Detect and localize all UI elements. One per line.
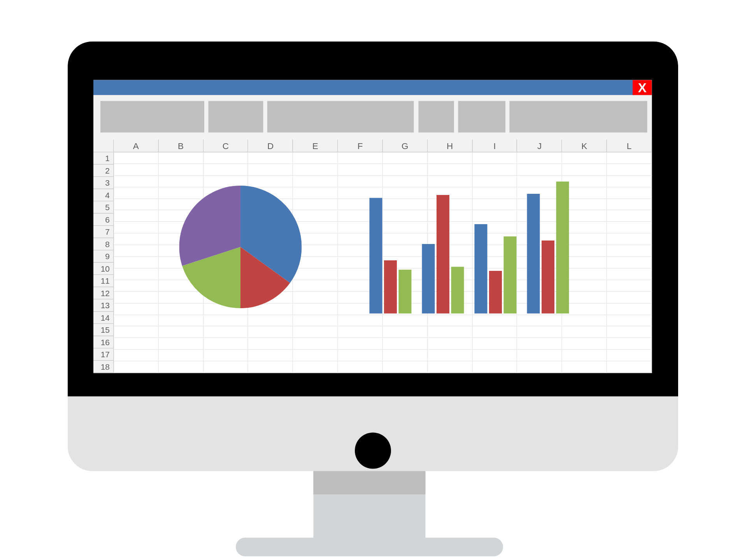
cell[interactable] bbox=[203, 211, 248, 222]
row-header[interactable]: 16 bbox=[93, 336, 114, 349]
row-header[interactable]: 17 bbox=[93, 349, 114, 361]
row-header[interactable]: 13 bbox=[93, 300, 114, 312]
cell[interactable] bbox=[383, 199, 428, 211]
cell[interactable] bbox=[428, 233, 472, 245]
column-header[interactable]: C bbox=[203, 140, 248, 153]
row-header[interactable]: 3 bbox=[93, 177, 114, 190]
cell[interactable] bbox=[562, 257, 607, 269]
ribbon-group[interactable] bbox=[458, 101, 506, 133]
cell[interactable] bbox=[517, 222, 562, 234]
cell[interactable] bbox=[114, 245, 159, 257]
cell[interactable] bbox=[114, 338, 159, 350]
cell[interactable] bbox=[114, 211, 159, 222]
cell[interactable] bbox=[203, 362, 248, 373]
cell[interactable] bbox=[383, 187, 428, 199]
cell[interactable] bbox=[607, 362, 652, 373]
cell[interactable] bbox=[159, 176, 203, 187]
cell[interactable] bbox=[248, 257, 293, 269]
cell[interactable] bbox=[517, 327, 562, 338]
cell[interactable] bbox=[248, 164, 293, 176]
cell[interactable] bbox=[517, 211, 562, 222]
cell[interactable] bbox=[472, 257, 517, 269]
cell[interactable] bbox=[293, 350, 338, 362]
cell[interactable] bbox=[607, 222, 652, 234]
column-header[interactable]: K bbox=[562, 140, 607, 153]
cell[interactable] bbox=[562, 292, 607, 304]
cell[interactable] bbox=[159, 303, 203, 315]
row-header[interactable]: 2 bbox=[93, 165, 114, 177]
column-header[interactable]: J bbox=[517, 140, 562, 153]
cell[interactable] bbox=[472, 222, 517, 234]
cell[interactable] bbox=[114, 187, 159, 199]
cell[interactable] bbox=[383, 280, 428, 292]
row-header[interactable]: 14 bbox=[93, 312, 114, 324]
cells-grid[interactable] bbox=[114, 153, 652, 373]
cell[interactable] bbox=[293, 338, 338, 350]
cell[interactable] bbox=[383, 233, 428, 245]
cell[interactable] bbox=[517, 199, 562, 211]
cell[interactable] bbox=[338, 176, 383, 187]
cell[interactable] bbox=[338, 233, 383, 245]
cell[interactable] bbox=[517, 153, 562, 164]
cell[interactable] bbox=[383, 327, 428, 338]
cell[interactable] bbox=[428, 292, 472, 304]
ribbon-group[interactable] bbox=[100, 101, 204, 133]
cell[interactable] bbox=[248, 350, 293, 362]
cell[interactable] bbox=[248, 222, 293, 234]
cell[interactable] bbox=[338, 338, 383, 350]
column-header[interactable]: B bbox=[159, 140, 203, 153]
cell[interactable] bbox=[338, 315, 383, 327]
cell[interactable] bbox=[607, 303, 652, 315]
cell[interactable] bbox=[114, 222, 159, 234]
cell[interactable] bbox=[562, 245, 607, 257]
cell[interactable] bbox=[293, 303, 338, 315]
cell[interactable] bbox=[562, 350, 607, 362]
column-header[interactable]: F bbox=[338, 140, 383, 153]
cell[interactable] bbox=[114, 327, 159, 338]
cell[interactable] bbox=[114, 280, 159, 292]
cell[interactable] bbox=[293, 245, 338, 257]
cell[interactable] bbox=[562, 327, 607, 338]
cell[interactable] bbox=[562, 211, 607, 222]
cell[interactable] bbox=[114, 303, 159, 315]
ribbon-group[interactable] bbox=[267, 101, 414, 133]
cell[interactable] bbox=[562, 199, 607, 211]
cell[interactable] bbox=[607, 164, 652, 176]
cell[interactable] bbox=[383, 362, 428, 373]
cell[interactable] bbox=[159, 338, 203, 350]
cell[interactable] bbox=[159, 327, 203, 338]
cell[interactable] bbox=[293, 199, 338, 211]
ribbon-group[interactable] bbox=[419, 101, 454, 133]
cell[interactable] bbox=[607, 315, 652, 327]
cell[interactable] bbox=[293, 257, 338, 269]
cell[interactable] bbox=[203, 222, 248, 234]
cell[interactable] bbox=[338, 280, 383, 292]
cell[interactable] bbox=[607, 153, 652, 164]
cell[interactable] bbox=[472, 362, 517, 373]
cell[interactable] bbox=[428, 327, 472, 338]
cell[interactable] bbox=[472, 315, 517, 327]
row-header[interactable]: 18 bbox=[93, 361, 114, 373]
cell[interactable] bbox=[472, 245, 517, 257]
cell[interactable] bbox=[203, 153, 248, 164]
cell[interactable] bbox=[562, 362, 607, 373]
cell[interactable] bbox=[203, 327, 248, 338]
cell[interactable] bbox=[607, 257, 652, 269]
cell[interactable] bbox=[607, 350, 652, 362]
cell[interactable] bbox=[293, 233, 338, 245]
cell[interactable] bbox=[248, 338, 293, 350]
cell[interactable] bbox=[203, 164, 248, 176]
cell[interactable] bbox=[159, 292, 203, 304]
cell[interactable] bbox=[383, 222, 428, 234]
cell[interactable] bbox=[203, 303, 248, 315]
cell[interactable] bbox=[293, 315, 338, 327]
row-header[interactable]: 6 bbox=[93, 214, 114, 226]
cell[interactable] bbox=[293, 292, 338, 304]
cell[interactable] bbox=[293, 222, 338, 234]
cell[interactable] bbox=[383, 303, 428, 315]
cell[interactable] bbox=[428, 350, 472, 362]
row-header[interactable]: 11 bbox=[93, 275, 114, 288]
cell[interactable] bbox=[428, 176, 472, 187]
cell[interactable] bbox=[383, 176, 428, 187]
cell[interactable] bbox=[248, 176, 293, 187]
